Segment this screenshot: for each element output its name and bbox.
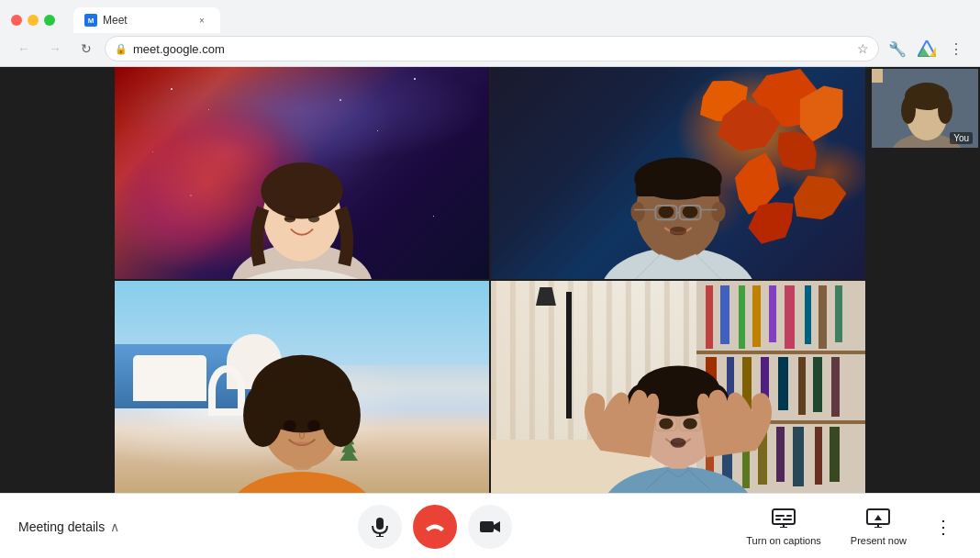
tab-bar: M Meet ×: [73, 7, 969, 33]
end-call-button[interactable]: [413, 505, 457, 549]
svg-rect-14: [636, 179, 720, 196]
svg-point-6: [261, 162, 342, 219]
captions-label: Turn on captions: [746, 535, 821, 546]
svg-point-43: [683, 418, 696, 429]
participant-1-video: [115, 67, 489, 279]
browser-tab[interactable]: M Meet ×: [73, 7, 220, 33]
svg-point-32: [298, 368, 340, 404]
extensions-button[interactable]: 🔧: [885, 36, 910, 61]
svg-point-8: [308, 216, 319, 223]
right-controls: Turn on captions Present now ⋮: [705, 502, 962, 552]
svg-point-49: [671, 438, 686, 448]
self-view-thumbnail: You: [870, 67, 980, 150]
svg-point-18: [683, 206, 698, 218]
svg-point-24: [670, 227, 686, 235]
participant-3-video: [115, 281, 489, 493]
present-button[interactable]: Present now: [840, 502, 918, 552]
meeting-details-label: Meeting details: [18, 519, 105, 534]
svg-point-33: [284, 420, 296, 431]
participant-2-video: [491, 67, 865, 279]
captions-icon: [772, 508, 796, 532]
svg-rect-67: [786, 515, 792, 517]
meeting-details[interactable]: Meeting details ∧: [18, 519, 165, 534]
more-options-button[interactable]: ⋮: [943, 36, 969, 61]
window-maximize-button[interactable]: [44, 15, 55, 26]
drive-icon[interactable]: [912, 36, 941, 61]
center-controls: [165, 505, 705, 549]
lock-icon: 🔒: [115, 43, 128, 55]
participant-2-person: [491, 67, 865, 279]
svg-point-16: [711, 202, 725, 222]
camera-button[interactable]: [468, 505, 512, 549]
more-options-button[interactable]: ⋮: [925, 508, 962, 545]
self-view-label: You: [950, 132, 973, 144]
window-close-button[interactable]: [11, 15, 22, 26]
present-label: Present now: [851, 535, 907, 546]
toolbar-right-buttons: 🔧 ⋮: [885, 36, 969, 61]
svg-point-42: [659, 418, 673, 429]
svg-rect-65: [783, 519, 792, 520]
participant-1-person: [115, 67, 489, 279]
back-button[interactable]: ←: [11, 36, 37, 61]
tab-title: Meet: [103, 14, 189, 27]
svg-point-25: [228, 472, 376, 493]
address-bar[interactable]: 🔒 meet.google.com ☆: [105, 36, 879, 61]
bottom-bar: Meeting details ∧: [0, 493, 980, 558]
video-grid: 5 You: [0, 67, 980, 493]
svg-point-57: [901, 96, 916, 124]
mic-button[interactable]: [358, 505, 402, 549]
svg-rect-62: [480, 521, 494, 532]
window-controls: [11, 15, 55, 26]
svg-rect-64: [775, 519, 781, 520]
participant-4-video: [491, 281, 865, 493]
captions-button[interactable]: Turn on captions: [735, 502, 832, 552]
url-text: meet.google.com: [133, 42, 852, 56]
svg-rect-54: [872, 69, 883, 83]
refresh-button[interactable]: ↻: [73, 36, 99, 61]
svg-rect-66: [775, 515, 785, 517]
tab-favicon: M: [84, 14, 97, 27]
browser-toolbar: ← → ↻ 🔒 meet.google.com ☆ 🔧 ⋮: [0, 33, 980, 66]
tab-close-button[interactable]: ×: [195, 13, 209, 28]
browser-titlebar: M Meet ×: [0, 0, 980, 33]
forward-button[interactable]: →: [42, 36, 68, 61]
svg-rect-59: [376, 518, 384, 530]
present-icon: [866, 508, 890, 532]
svg-point-17: [658, 206, 674, 218]
svg-point-34: [307, 420, 320, 431]
participant-4-person: [491, 281, 865, 493]
chevron-up-icon: ∧: [110, 519, 119, 534]
window-minimize-button[interactable]: [28, 15, 39, 26]
svg-point-15: [630, 202, 644, 222]
svg-point-58: [938, 96, 952, 124]
browser-chrome: M Meet × ← → ↻ 🔒 meet.google.com ☆ 🔧: [0, 0, 980, 67]
meet-app: 5 You: [0, 67, 980, 558]
bookmark-icon[interactable]: ☆: [857, 41, 869, 56]
participant-3-person: [115, 281, 489, 493]
